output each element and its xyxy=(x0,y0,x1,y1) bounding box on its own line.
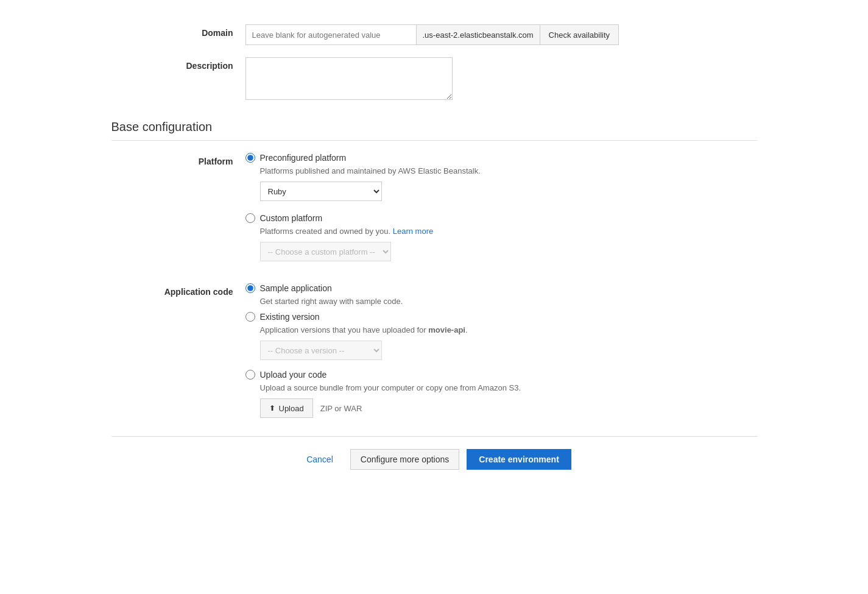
create-environment-button[interactable]: Create environment xyxy=(467,449,571,470)
section-divider xyxy=(111,140,757,141)
existing-version-option[interactable]: Existing version xyxy=(245,312,757,322)
upload-radio[interactable] xyxy=(245,370,255,380)
footer-buttons: Cancel Configure more options Create env… xyxy=(111,449,757,470)
platform-label: Platform xyxy=(111,153,245,166)
preconfigured-platform-select[interactable]: Ruby Node.js PHP Python Java Go xyxy=(260,182,382,201)
upload-label: Upload your code xyxy=(260,370,327,380)
domain-label: Domain xyxy=(111,24,245,38)
custom-label: Custom platform xyxy=(260,213,323,223)
existing-version-select[interactable]: -- Choose a version -- xyxy=(260,341,382,360)
preconfigured-radio[interactable] xyxy=(245,153,255,163)
configure-more-options-button[interactable]: Configure more options xyxy=(350,449,460,470)
custom-platform-select[interactable]: -- Choose a custom platform -- xyxy=(260,242,391,261)
sample-label: Sample application xyxy=(260,283,332,293)
upload-icon: ⬆ xyxy=(269,404,275,412)
sample-app-option[interactable]: Sample application xyxy=(245,283,757,293)
zip-war-label: ZIP or WAR xyxy=(320,404,362,413)
description-textarea[interactable] xyxy=(245,57,453,100)
app-code-label: Application code xyxy=(111,283,245,297)
upload-description: Upload a source bundle from your compute… xyxy=(260,383,757,392)
preconfigured-platform-option[interactable]: Preconfigured platform xyxy=(245,153,757,163)
existing-label: Existing version xyxy=(260,312,320,322)
preconfigured-description: Platforms published and maintained by AW… xyxy=(260,166,757,175)
check-availability-button[interactable]: Check availability xyxy=(540,24,619,45)
footer-divider xyxy=(111,436,757,437)
upload-row: ⬆ Upload ZIP or WAR xyxy=(260,398,757,418)
domain-input[interactable] xyxy=(245,24,416,45)
existing-description: Application versions that you have uploa… xyxy=(260,325,757,334)
custom-platform-option[interactable]: Custom platform xyxy=(245,213,757,223)
cancel-button[interactable]: Cancel xyxy=(297,449,343,470)
upload-button[interactable]: ⬆ Upload xyxy=(260,398,313,418)
domain-suffix: .us-east-2.elasticbeanstalk.com xyxy=(416,24,540,45)
sample-description: Get started right away with sample code. xyxy=(260,297,757,306)
sample-radio[interactable] xyxy=(245,283,255,293)
description-label: Description xyxy=(111,57,245,71)
custom-description: Platforms created and owned by you. Lear… xyxy=(260,227,757,236)
custom-radio[interactable] xyxy=(245,213,255,223)
upload-code-option[interactable]: Upload your code xyxy=(245,370,757,380)
existing-radio[interactable] xyxy=(245,312,255,322)
preconfigured-label: Preconfigured platform xyxy=(260,153,347,163)
custom-learn-more-link[interactable]: Learn more xyxy=(393,227,433,236)
base-config-title: Base configuration xyxy=(111,120,757,134)
